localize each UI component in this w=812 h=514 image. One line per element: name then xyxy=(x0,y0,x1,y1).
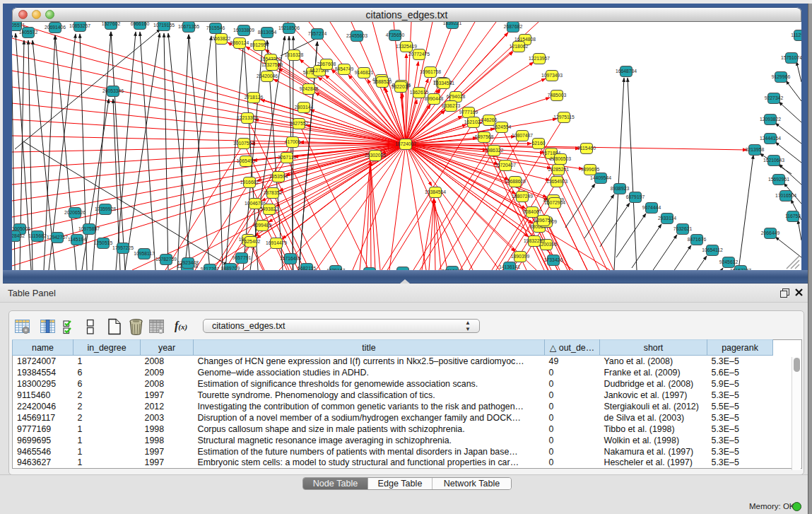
svg-text:12213369: 12213369 xyxy=(237,115,258,120)
svg-text:8213958: 8213958 xyxy=(746,147,765,152)
svg-text:1250515: 1250515 xyxy=(94,240,113,245)
svg-text:20053346: 20053346 xyxy=(102,88,124,93)
svg-text:3624554: 3624554 xyxy=(493,124,512,129)
svg-text:7632621: 7632621 xyxy=(673,226,693,231)
svg-text:9146821: 9146821 xyxy=(355,70,374,75)
svg-text:9129966: 9129966 xyxy=(772,74,791,79)
svg-text:9777169: 9777169 xyxy=(459,110,478,115)
svg-text:20691406: 20691406 xyxy=(45,25,66,30)
svg-text:20813640: 20813640 xyxy=(442,269,463,270)
svg-text:4099489: 4099489 xyxy=(253,223,272,228)
svg-text:1916682: 1916682 xyxy=(240,180,259,185)
svg-text:12093822: 12093822 xyxy=(760,117,781,122)
svg-text:6966160: 6966160 xyxy=(131,22,150,26)
svg-text:9657791: 9657791 xyxy=(233,255,252,260)
svg-text:12942757: 12942757 xyxy=(47,235,68,240)
svg-text:10688609: 10688609 xyxy=(505,179,526,184)
svg-text:22806503: 22806503 xyxy=(550,156,571,161)
svg-text:8336273: 8336273 xyxy=(442,103,461,108)
svg-text:22455603: 22455603 xyxy=(346,33,367,38)
svg-text:62160: 62160 xyxy=(532,141,546,146)
svg-text:746266: 746266 xyxy=(481,117,498,122)
svg-text:12213957: 12213957 xyxy=(529,56,550,61)
svg-text:6497568: 6497568 xyxy=(475,134,494,139)
svg-text:23420046: 23420046 xyxy=(257,74,278,78)
svg-text:2367608: 2367608 xyxy=(317,62,336,66)
svg-text:9217207: 9217207 xyxy=(201,267,220,270)
svg-text:9227342: 9227342 xyxy=(765,95,784,100)
svg-text:9242848: 9242848 xyxy=(300,86,319,91)
svg-text:1218062: 1218062 xyxy=(510,44,529,49)
svg-text:19384554: 19384554 xyxy=(425,189,446,194)
svg-text:8471676: 8471676 xyxy=(688,237,707,242)
svg-text:2718126: 2718126 xyxy=(245,95,264,100)
svg-text:9860124: 9860124 xyxy=(230,40,249,45)
svg-text:1405572: 1405572 xyxy=(19,30,38,35)
svg-text:7515546: 7515546 xyxy=(206,25,225,30)
svg-text:2066449: 2066449 xyxy=(761,230,780,235)
svg-text:19832259: 19832259 xyxy=(524,238,545,243)
svg-text:16961758: 16961758 xyxy=(420,69,441,74)
svg-text:14136141: 14136141 xyxy=(499,264,520,269)
svg-text:1733426: 1733426 xyxy=(544,257,563,262)
svg-text:12327509: 12327509 xyxy=(261,62,283,67)
svg-text:9084067: 9084067 xyxy=(523,209,542,214)
svg-text:19218506: 19218506 xyxy=(278,25,300,30)
svg-text:15157347: 15157347 xyxy=(730,268,751,270)
svg-text:4439167: 4439167 xyxy=(326,268,346,270)
svg-text:20772475: 20772475 xyxy=(408,52,430,57)
svg-text:16072954: 16072954 xyxy=(544,200,565,205)
svg-text:20206526: 20206526 xyxy=(64,210,86,215)
svg-text:25302035: 25302035 xyxy=(365,153,386,158)
svg-text:9674444: 9674444 xyxy=(642,205,661,210)
svg-text:18724007: 18724007 xyxy=(395,141,416,146)
svg-text:8454749: 8454749 xyxy=(335,66,354,71)
svg-text:7357274: 7357274 xyxy=(308,31,327,36)
svg-text:15692951: 15692951 xyxy=(768,177,789,182)
svg-text:7485003: 7485003 xyxy=(548,93,567,98)
svg-text:16782759: 16782759 xyxy=(155,257,177,262)
svg-text:17957225: 17957225 xyxy=(112,245,134,250)
svg-text:8912954: 8912954 xyxy=(250,42,269,47)
svg-text:16648784: 16648784 xyxy=(616,69,637,74)
svg-text:19285201: 19285201 xyxy=(548,167,569,172)
svg-text:8813054: 8813054 xyxy=(258,30,277,35)
svg-text:3267110: 3267110 xyxy=(278,155,296,160)
svg-text:1362615: 1362615 xyxy=(410,90,429,95)
svg-text:5322037: 5322037 xyxy=(392,84,411,89)
svg-text:1115682: 1115682 xyxy=(28,233,47,238)
svg-text:2933114: 2933114 xyxy=(658,216,676,221)
svg-text:1890399: 1890399 xyxy=(511,254,530,259)
svg-text:7625402: 7625402 xyxy=(242,239,261,244)
svg-text:3878352: 3878352 xyxy=(264,190,283,195)
svg-text:1839221: 1839221 xyxy=(443,22,462,25)
svg-text:10228452: 10228452 xyxy=(12,233,25,238)
svg-text:10719155: 10719155 xyxy=(153,23,175,28)
svg-text:1816328: 1816328 xyxy=(285,52,304,57)
svg-text:16033809: 16033809 xyxy=(233,28,254,33)
svg-text:8427552: 8427552 xyxy=(290,121,309,126)
svg-text:10975857: 10975857 xyxy=(78,226,100,231)
svg-text:1527602: 1527602 xyxy=(102,22,121,26)
svg-text:12444154: 12444154 xyxy=(760,136,781,141)
svg-text:13654923: 13654923 xyxy=(546,179,567,184)
svg-text:10046786: 10046786 xyxy=(245,201,266,206)
svg-text:417006: 417006 xyxy=(285,139,301,144)
svg-text:9245612: 9245612 xyxy=(719,259,739,264)
svg-text:2803144: 2803144 xyxy=(295,105,314,110)
svg-text:1621022: 1621022 xyxy=(464,119,483,124)
svg-text:1405571: 1405571 xyxy=(12,23,25,28)
svg-text:16210643: 16210643 xyxy=(763,158,784,163)
svg-text:1065493: 1065493 xyxy=(237,158,256,163)
svg-text:7663822: 7663822 xyxy=(212,36,231,41)
svg-text:2687682: 2687682 xyxy=(504,24,523,29)
svg-text:8396759: 8396759 xyxy=(534,218,553,223)
svg-text:1588520: 1588520 xyxy=(373,79,392,84)
svg-text:6879197: 6879197 xyxy=(626,194,645,199)
svg-text:6794028: 6794028 xyxy=(447,94,466,99)
svg-text:12975115: 12975115 xyxy=(553,115,575,119)
svg-text:16914479: 16914479 xyxy=(266,240,287,245)
svg-text:18807249: 18807249 xyxy=(512,194,533,199)
svg-text:1353594: 1353594 xyxy=(269,174,288,179)
svg-text:5682115: 5682115 xyxy=(298,266,316,270)
